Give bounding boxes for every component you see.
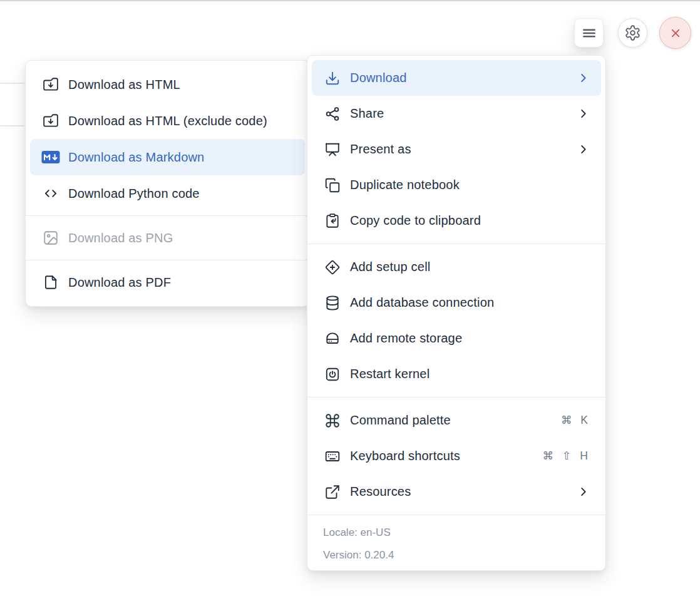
menu-item-label: Present as xyxy=(350,142,577,157)
menu-item-label: Download as HTML xyxy=(68,78,309,92)
chevron-right-icon xyxy=(577,108,589,120)
menu-item-label: Download Python code xyxy=(68,187,309,201)
diamond-plus-icon xyxy=(323,259,342,275)
menu-button[interactable] xyxy=(574,18,604,48)
folder-download-icon xyxy=(41,113,60,129)
menu-item-download-python-code[interactable]: Download Python code xyxy=(26,175,309,212)
shortcut-hint: ⌘ ⇧ H xyxy=(542,449,589,463)
menu-item-present-as[interactable]: Present as xyxy=(307,131,605,167)
menu-item-command-palette[interactable]: Command palette ⌘ K xyxy=(307,403,605,438)
menu-item-download-as-png[interactable]: Download as PNG xyxy=(26,220,309,256)
menu-separator xyxy=(26,260,309,260)
menu-item-keyboard-shortcuts[interactable]: Keyboard shortcuts ⌘ ⇧ H xyxy=(307,438,605,474)
menu-item-label: Add setup cell xyxy=(350,260,605,274)
menu-item-add-setup-cell[interactable]: Add setup cell xyxy=(307,249,605,285)
markdown-icon xyxy=(41,150,60,164)
menu-item-label: Add database connection xyxy=(350,295,605,310)
menu-item-copy-code-to-clipboard[interactable]: Copy code to clipboard xyxy=(307,203,605,239)
locale-text: Locale: en-US xyxy=(323,521,590,544)
image-icon xyxy=(41,230,60,246)
page-divider xyxy=(0,83,24,84)
menu-item-download[interactable]: Download xyxy=(312,60,601,96)
menu-item-download-as-pdf[interactable]: Download as PDF xyxy=(26,264,309,300)
chevron-right-icon xyxy=(577,72,589,84)
menu-item-label: Download xyxy=(350,71,577,85)
menu-item-add-database-connection[interactable]: Add database connection xyxy=(307,285,605,321)
chevron-right-icon xyxy=(577,486,589,498)
version-text: Version: 0.20.4 xyxy=(323,544,590,567)
share-icon xyxy=(323,106,342,122)
keyboard-icon xyxy=(323,448,342,465)
settings-button[interactable] xyxy=(618,18,647,48)
gear-icon xyxy=(624,24,641,41)
folder-download-icon xyxy=(41,76,60,93)
menu-item-duplicate-notebook[interactable]: Duplicate notebook xyxy=(307,167,605,203)
menu-item-add-remote-storage[interactable]: Add remote storage xyxy=(307,321,605,356)
menu-item-label: Download as Markdown xyxy=(68,150,305,165)
menu-item-resources[interactable]: Resources xyxy=(307,474,605,510)
menu-item-label: Duplicate notebook xyxy=(350,178,605,192)
notebook-menu: Download Share Present as Duplicate note… xyxy=(307,55,606,571)
close-icon xyxy=(667,25,684,41)
storage-icon xyxy=(323,331,342,347)
chevron-right-icon xyxy=(577,143,589,155)
menu-item-label: Download as PNG xyxy=(68,231,309,245)
menu-item-label: Keyboard shortcuts xyxy=(350,449,542,463)
menu-item-label: Copy code to clipboard xyxy=(350,213,605,228)
page-divider xyxy=(0,125,24,126)
menu-item-label: Restart kernel xyxy=(350,367,605,381)
close-button[interactable] xyxy=(659,17,691,49)
menu-item-label: Add remote storage xyxy=(350,331,605,346)
duplicate-icon xyxy=(323,177,342,193)
menu-separator xyxy=(307,397,605,398)
download-icon xyxy=(323,70,342,86)
hamburger-icon xyxy=(580,24,599,43)
download-submenu: Download as HTML Download as HTML (exclu… xyxy=(25,60,310,307)
menu-item-download-as-html-exclude-code[interactable]: Download as HTML (exclude code) xyxy=(26,103,309,139)
file-icon xyxy=(41,274,60,290)
menu-item-share[interactable]: Share xyxy=(307,96,605,131)
page-top-border xyxy=(0,0,700,1)
menu-item-label: Resources xyxy=(350,485,577,499)
external-link-icon xyxy=(323,484,342,500)
menu-item-label: Share xyxy=(350,106,577,121)
menu-item-download-as-html[interactable]: Download as HTML xyxy=(26,66,309,103)
menu-item-label: Download as HTML (exclude code) xyxy=(68,114,309,128)
menu-item-download-as-markdown[interactable]: Download as Markdown xyxy=(30,139,305,175)
command-icon xyxy=(323,413,342,429)
menu-item-label: Download as PDF xyxy=(68,275,309,290)
menu-separator xyxy=(307,244,605,244)
power-icon xyxy=(323,366,342,382)
presentation-icon xyxy=(323,141,342,158)
clipboard-arrow-icon xyxy=(323,213,342,229)
menu-separator xyxy=(26,215,309,216)
menu-item-label: Command palette xyxy=(350,413,561,428)
menu-item-restart-kernel[interactable]: Restart kernel xyxy=(307,356,605,392)
code-icon xyxy=(41,185,60,202)
shortcut-hint: ⌘ K xyxy=(561,414,589,427)
menu-footer: Locale: en-US Version: 0.20.4 xyxy=(307,515,605,570)
database-icon xyxy=(323,295,342,311)
